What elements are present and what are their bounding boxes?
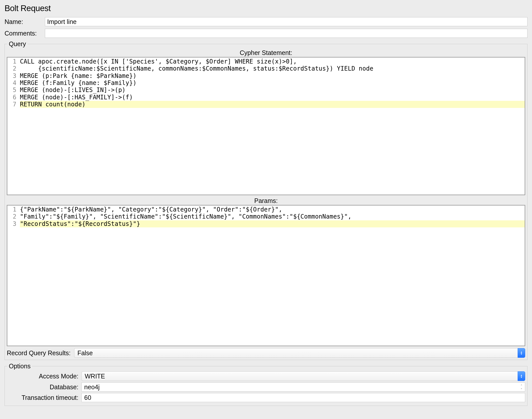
line-number: 7 xyxy=(7,101,20,108)
line-number: 1 xyxy=(7,58,20,65)
access-mode-label: Access Mode: xyxy=(7,373,81,380)
transaction-timeout-label: Transaction timeout: xyxy=(7,394,81,401)
comments-label: Comments: xyxy=(5,30,45,37)
panel-root: Bolt Request Name: Comments: Query Cyphe… xyxy=(0,0,532,408)
dropdown-arrows-icon xyxy=(518,371,525,381)
transaction-timeout-input[interactable] xyxy=(81,393,525,402)
line-number: 6 xyxy=(7,94,20,101)
line-number: 3 xyxy=(7,72,20,79)
code-line: 2 {scientificName:$ScientificName, commo… xyxy=(7,65,525,72)
cypher-statement-editor[interactable]: 1CALL apoc.create.node([x IN ['Species',… xyxy=(7,57,525,195)
name-label: Name: xyxy=(5,18,45,25)
params-editor[interactable]: 1{"ParkName":"${ParkName}", "Category":"… xyxy=(7,205,525,346)
code-line: 7RETURN count(node) xyxy=(7,101,525,108)
comments-input[interactable] xyxy=(45,29,527,38)
line-content: MERGE (p:Park {name: $ParkName}) xyxy=(20,72,525,79)
code-line: 1CALL apoc.create.node([x IN ['Species',… xyxy=(7,58,525,65)
line-number: 2 xyxy=(7,65,20,72)
access-mode-value: WRITE xyxy=(81,371,518,381)
line-content: CALL apoc.create.node([x IN ['Species', … xyxy=(20,58,525,65)
query-group: Query Cypher Statement: 1CALL apoc.creat… xyxy=(5,40,527,360)
line-number: 2 xyxy=(7,213,20,220)
line-number: 5 xyxy=(7,86,20,94)
database-label: Database: xyxy=(7,383,81,391)
params-header: Params: xyxy=(7,196,525,205)
record-results-label: Record Query Results: xyxy=(7,349,74,357)
code-line: 3MERGE (p:Park {name: $ParkName}) xyxy=(7,72,525,79)
line-content: "Family":"${Family}", "ScientificName":"… xyxy=(20,213,525,220)
record-results-select[interactable]: False xyxy=(74,348,525,358)
database-row: Database: ⌃⌄ xyxy=(7,382,525,392)
database-field-wrap: ⌃⌄ xyxy=(81,382,525,392)
code-line: 3"RecordStatus":"${RecordStatus}"} xyxy=(7,220,525,227)
code-line: 5MERGE (node)-[:LIVES_IN]->(p) xyxy=(7,86,525,94)
query-legend: Query xyxy=(7,40,27,48)
line-number: 4 xyxy=(7,79,20,86)
access-mode-row: Access Mode: WRITE xyxy=(7,371,525,381)
access-mode-select[interactable]: WRITE xyxy=(81,371,525,381)
code-line: 1{"ParkName":"${ParkName}", "Category":"… xyxy=(7,206,525,213)
record-results-value: False xyxy=(74,348,518,358)
line-number: 1 xyxy=(7,206,20,213)
line-content: MERGE (node)-[:HAS_FAMILY]->(f) xyxy=(20,94,525,101)
record-results-row: Record Query Results: False xyxy=(7,348,525,358)
code-line: 6MERGE (node)-[:HAS_FAMILY]->(f) xyxy=(7,94,525,101)
database-input[interactable] xyxy=(81,382,525,392)
options-group: Options Access Mode: WRITE Database: ⌃⌄ … xyxy=(5,363,527,406)
comments-row: Comments: xyxy=(5,29,527,38)
line-content: "RecordStatus":"${RecordStatus}"} xyxy=(20,220,525,227)
stepper-arrows-icon[interactable]: ⌃⌄ xyxy=(519,383,524,391)
code-line: 2"Family":"${Family}", "ScientificName":… xyxy=(7,213,525,220)
cypher-header: Cypher Statement: xyxy=(7,48,525,57)
name-row: Name: xyxy=(5,17,527,26)
line-number: 3 xyxy=(7,220,20,227)
line-content: MERGE (f:Family {name: $Family}) xyxy=(20,79,525,86)
options-legend: Options xyxy=(7,363,32,370)
line-content: RETURN count(node) xyxy=(20,101,525,108)
dropdown-arrows-icon xyxy=(518,348,525,358)
line-content: {scientificName:$ScientificName, commonN… xyxy=(20,65,525,72)
transaction-timeout-row: Transaction timeout: xyxy=(7,393,525,402)
code-line: 4MERGE (f:Family {name: $Family}) xyxy=(7,79,525,86)
panel-title: Bolt Request xyxy=(5,4,527,13)
line-content: MERGE (node)-[:LIVES_IN]->(p) xyxy=(20,86,525,94)
line-content: {"ParkName":"${ParkName}", "Category":"$… xyxy=(20,206,525,213)
name-input[interactable] xyxy=(45,17,527,26)
